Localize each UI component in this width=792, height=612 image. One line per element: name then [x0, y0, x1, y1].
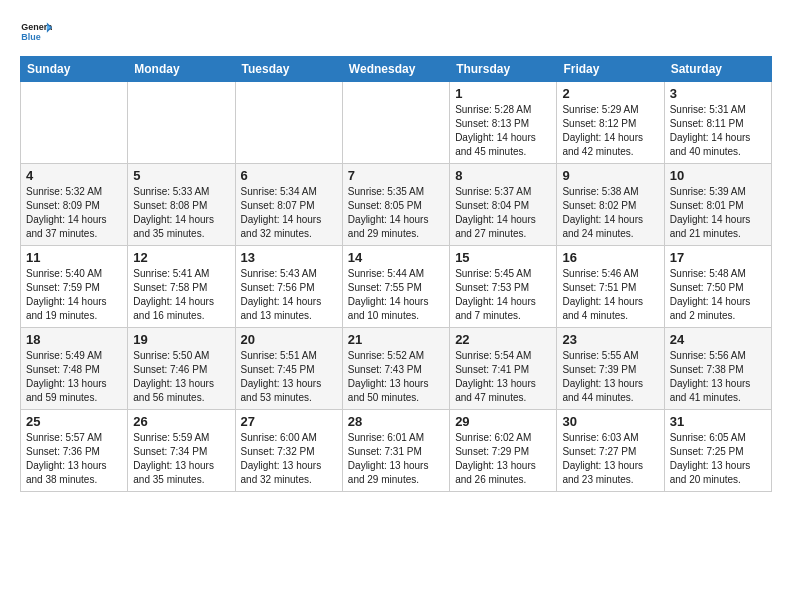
day-info: Sunrise: 5:29 AMSunset: 8:12 PMDaylight:…: [562, 103, 658, 159]
day-number: 27: [241, 414, 337, 429]
calendar-day-2: 2Sunrise: 5:29 AMSunset: 8:12 PMDaylight…: [557, 82, 664, 164]
day-info: Sunrise: 5:46 AMSunset: 7:51 PMDaylight:…: [562, 267, 658, 323]
calendar-header-friday: Friday: [557, 57, 664, 82]
day-info: Sunrise: 5:28 AMSunset: 8:13 PMDaylight:…: [455, 103, 551, 159]
day-info: Sunrise: 5:34 AMSunset: 8:07 PMDaylight:…: [241, 185, 337, 241]
calendar-header-thursday: Thursday: [450, 57, 557, 82]
day-number: 17: [670, 250, 766, 265]
day-info: Sunrise: 6:02 AMSunset: 7:29 PMDaylight:…: [455, 431, 551, 487]
calendar-table: SundayMondayTuesdayWednesdayThursdayFrid…: [20, 56, 772, 492]
day-info: Sunrise: 5:37 AMSunset: 8:04 PMDaylight:…: [455, 185, 551, 241]
day-info: Sunrise: 6:03 AMSunset: 7:27 PMDaylight:…: [562, 431, 658, 487]
day-number: 23: [562, 332, 658, 347]
calendar-day-13: 13Sunrise: 5:43 AMSunset: 7:56 PMDayligh…: [235, 246, 342, 328]
calendar-day-6: 6Sunrise: 5:34 AMSunset: 8:07 PMDaylight…: [235, 164, 342, 246]
day-number: 12: [133, 250, 229, 265]
day-info: Sunrise: 5:31 AMSunset: 8:11 PMDaylight:…: [670, 103, 766, 159]
day-number: 25: [26, 414, 122, 429]
day-info: Sunrise: 5:49 AMSunset: 7:48 PMDaylight:…: [26, 349, 122, 405]
calendar-day-12: 12Sunrise: 5:41 AMSunset: 7:58 PMDayligh…: [128, 246, 235, 328]
calendar-empty-cell: [235, 82, 342, 164]
day-info: Sunrise: 5:40 AMSunset: 7:59 PMDaylight:…: [26, 267, 122, 323]
calendar-week-5: 25Sunrise: 5:57 AMSunset: 7:36 PMDayligh…: [21, 410, 772, 492]
day-info: Sunrise: 5:56 AMSunset: 7:38 PMDaylight:…: [670, 349, 766, 405]
day-info: Sunrise: 5:51 AMSunset: 7:45 PMDaylight:…: [241, 349, 337, 405]
day-number: 18: [26, 332, 122, 347]
generalblue-logo-icon: General Blue: [20, 16, 52, 48]
calendar-day-1: 1Sunrise: 5:28 AMSunset: 8:13 PMDaylight…: [450, 82, 557, 164]
calendar-day-30: 30Sunrise: 6:03 AMSunset: 7:27 PMDayligh…: [557, 410, 664, 492]
day-info: Sunrise: 5:52 AMSunset: 7:43 PMDaylight:…: [348, 349, 444, 405]
calendar-day-15: 15Sunrise: 5:45 AMSunset: 7:53 PMDayligh…: [450, 246, 557, 328]
calendar-day-5: 5Sunrise: 5:33 AMSunset: 8:08 PMDaylight…: [128, 164, 235, 246]
calendar-day-22: 22Sunrise: 5:54 AMSunset: 7:41 PMDayligh…: [450, 328, 557, 410]
header: General Blue: [20, 16, 772, 48]
day-info: Sunrise: 6:05 AMSunset: 7:25 PMDaylight:…: [670, 431, 766, 487]
day-info: Sunrise: 5:35 AMSunset: 8:05 PMDaylight:…: [348, 185, 444, 241]
day-number: 5: [133, 168, 229, 183]
calendar-day-23: 23Sunrise: 5:55 AMSunset: 7:39 PMDayligh…: [557, 328, 664, 410]
day-number: 20: [241, 332, 337, 347]
day-number: 24: [670, 332, 766, 347]
calendar-header-wednesday: Wednesday: [342, 57, 449, 82]
calendar-empty-cell: [21, 82, 128, 164]
day-number: 14: [348, 250, 444, 265]
day-info: Sunrise: 5:39 AMSunset: 8:01 PMDaylight:…: [670, 185, 766, 241]
calendar-header-sunday: Sunday: [21, 57, 128, 82]
day-info: Sunrise: 5:55 AMSunset: 7:39 PMDaylight:…: [562, 349, 658, 405]
calendar-day-21: 21Sunrise: 5:52 AMSunset: 7:43 PMDayligh…: [342, 328, 449, 410]
calendar-day-19: 19Sunrise: 5:50 AMSunset: 7:46 PMDayligh…: [128, 328, 235, 410]
calendar-day-10: 10Sunrise: 5:39 AMSunset: 8:01 PMDayligh…: [664, 164, 771, 246]
calendar-day-27: 27Sunrise: 6:00 AMSunset: 7:32 PMDayligh…: [235, 410, 342, 492]
day-info: Sunrise: 5:59 AMSunset: 7:34 PMDaylight:…: [133, 431, 229, 487]
calendar-day-9: 9Sunrise: 5:38 AMSunset: 8:02 PMDaylight…: [557, 164, 664, 246]
day-number: 28: [348, 414, 444, 429]
calendar-empty-cell: [128, 82, 235, 164]
day-number: 7: [348, 168, 444, 183]
calendar-day-28: 28Sunrise: 6:01 AMSunset: 7:31 PMDayligh…: [342, 410, 449, 492]
day-number: 15: [455, 250, 551, 265]
day-number: 4: [26, 168, 122, 183]
day-info: Sunrise: 5:48 AMSunset: 7:50 PMDaylight:…: [670, 267, 766, 323]
calendar-day-3: 3Sunrise: 5:31 AMSunset: 8:11 PMDaylight…: [664, 82, 771, 164]
calendar-week-4: 18Sunrise: 5:49 AMSunset: 7:48 PMDayligh…: [21, 328, 772, 410]
calendar-day-4: 4Sunrise: 5:32 AMSunset: 8:09 PMDaylight…: [21, 164, 128, 246]
day-info: Sunrise: 6:01 AMSunset: 7:31 PMDaylight:…: [348, 431, 444, 487]
calendar-week-3: 11Sunrise: 5:40 AMSunset: 7:59 PMDayligh…: [21, 246, 772, 328]
calendar-day-29: 29Sunrise: 6:02 AMSunset: 7:29 PMDayligh…: [450, 410, 557, 492]
day-info: Sunrise: 5:43 AMSunset: 7:56 PMDaylight:…: [241, 267, 337, 323]
calendar-day-16: 16Sunrise: 5:46 AMSunset: 7:51 PMDayligh…: [557, 246, 664, 328]
calendar-header-monday: Monday: [128, 57, 235, 82]
calendar-empty-cell: [342, 82, 449, 164]
day-number: 8: [455, 168, 551, 183]
calendar-day-8: 8Sunrise: 5:37 AMSunset: 8:04 PMDaylight…: [450, 164, 557, 246]
day-info: Sunrise: 5:38 AMSunset: 8:02 PMDaylight:…: [562, 185, 658, 241]
day-info: Sunrise: 5:32 AMSunset: 8:09 PMDaylight:…: [26, 185, 122, 241]
calendar-week-2: 4Sunrise: 5:32 AMSunset: 8:09 PMDaylight…: [21, 164, 772, 246]
day-number: 2: [562, 86, 658, 101]
calendar-day-26: 26Sunrise: 5:59 AMSunset: 7:34 PMDayligh…: [128, 410, 235, 492]
day-info: Sunrise: 5:50 AMSunset: 7:46 PMDaylight:…: [133, 349, 229, 405]
calendar-day-25: 25Sunrise: 5:57 AMSunset: 7:36 PMDayligh…: [21, 410, 128, 492]
calendar-header-tuesday: Tuesday: [235, 57, 342, 82]
calendar-day-31: 31Sunrise: 6:05 AMSunset: 7:25 PMDayligh…: [664, 410, 771, 492]
calendar-day-18: 18Sunrise: 5:49 AMSunset: 7:48 PMDayligh…: [21, 328, 128, 410]
calendar-day-11: 11Sunrise: 5:40 AMSunset: 7:59 PMDayligh…: [21, 246, 128, 328]
calendar-week-1: 1Sunrise: 5:28 AMSunset: 8:13 PMDaylight…: [21, 82, 772, 164]
calendar-day-7: 7Sunrise: 5:35 AMSunset: 8:05 PMDaylight…: [342, 164, 449, 246]
day-number: 22: [455, 332, 551, 347]
page: General Blue SundayMondayTuesdayWednesda…: [0, 0, 792, 508]
day-number: 11: [26, 250, 122, 265]
day-info: Sunrise: 6:00 AMSunset: 7:32 PMDaylight:…: [241, 431, 337, 487]
calendar-header-saturday: Saturday: [664, 57, 771, 82]
day-info: Sunrise: 5:57 AMSunset: 7:36 PMDaylight:…: [26, 431, 122, 487]
day-number: 16: [562, 250, 658, 265]
day-number: 26: [133, 414, 229, 429]
calendar-day-24: 24Sunrise: 5:56 AMSunset: 7:38 PMDayligh…: [664, 328, 771, 410]
day-number: 31: [670, 414, 766, 429]
day-info: Sunrise: 5:45 AMSunset: 7:53 PMDaylight:…: [455, 267, 551, 323]
day-number: 10: [670, 168, 766, 183]
day-number: 13: [241, 250, 337, 265]
calendar-day-20: 20Sunrise: 5:51 AMSunset: 7:45 PMDayligh…: [235, 328, 342, 410]
day-number: 29: [455, 414, 551, 429]
